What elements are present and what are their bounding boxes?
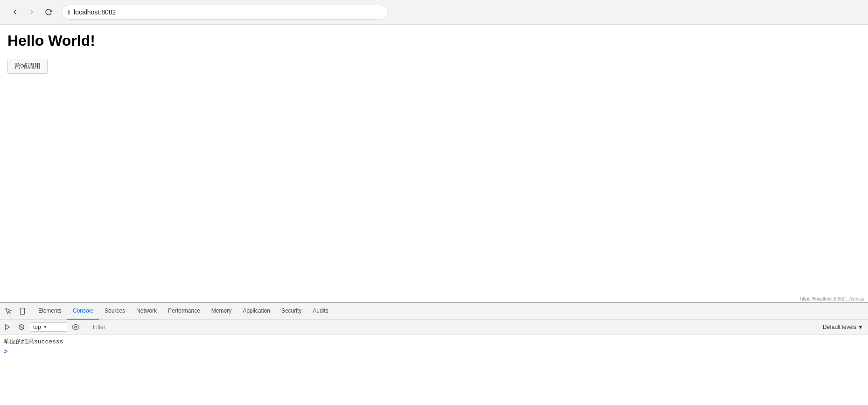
eye-button[interactable]: [70, 321, 81, 333]
default-levels-dropdown[interactable]: Default levels ▼: [820, 323, 866, 331]
console-no-symbol-button[interactable]: [16, 321, 27, 333]
devtools-icon-buttons: [2, 305, 29, 318]
browser-toolbar: ℹ: [0, 0, 868, 24]
page-heading: Hello World!: [7, 32, 861, 49]
devtools-panel: Elements Console Sources Network Perform…: [0, 302, 868, 405]
console-output: 响应的结果successs >: [0, 335, 868, 405]
tab-console[interactable]: Console: [67, 303, 99, 320]
context-selector[interactable]: top ▼: [30, 322, 67, 332]
console-text-1: 响应的结果successs: [4, 337, 63, 346]
console-toolbar: top ▼ Default levels ▼: [0, 320, 868, 335]
tab-audits[interactable]: Audits: [307, 303, 334, 320]
reload-button[interactable]: [41, 5, 56, 20]
tab-application[interactable]: Application: [237, 303, 276, 320]
svg-marker-2: [6, 324, 9, 329]
cross-domain-button[interactable]: 跨域调用: [7, 59, 48, 74]
toolbar-divider: [86, 323, 86, 331]
context-value: top: [33, 324, 41, 330]
nav-buttons: [7, 5, 56, 20]
tab-performance[interactable]: Performance: [162, 303, 206, 320]
default-levels-label: Default levels: [823, 324, 856, 330]
tab-network[interactable]: Network: [131, 303, 162, 320]
address-bar[interactable]: ℹ: [62, 5, 388, 20]
browser-chrome: ℹ: [0, 0, 868, 25]
device-toolbar-button[interactable]: [16, 305, 29, 318]
tab-security[interactable]: Security: [276, 303, 307, 320]
devtools-tabs-bar: Elements Console Sources Network Perform…: [0, 303, 868, 320]
filter-input[interactable]: [91, 322, 817, 332]
levels-arrow-icon: ▼: [858, 324, 863, 330]
inspect-element-button[interactable]: [2, 305, 15, 318]
info-icon: ℹ: [68, 8, 70, 16]
svg-rect-0: [20, 308, 24, 314]
svg-point-5: [72, 324, 79, 329]
tab-sources[interactable]: Sources: [99, 303, 131, 320]
svg-line-4: [20, 325, 23, 328]
console-prompt-line[interactable]: >: [4, 347, 864, 358]
url-input[interactable]: [74, 8, 382, 16]
console-run-button[interactable]: [2, 321, 13, 333]
page-content: Hello World! 跨域调用 https://localhost:8082…: [0, 25, 868, 302]
forward-button[interactable]: [24, 5, 39, 20]
page-status-url: https://localhost:8082/.../cors.js: [800, 296, 864, 301]
console-line-1: 响应的结果successs: [4, 336, 864, 347]
dropdown-arrow-icon: ▼: [43, 324, 48, 329]
tab-memory[interactable]: Memory: [206, 303, 237, 320]
console-prompt-symbol: >: [4, 348, 7, 357]
tab-elements[interactable]: Elements: [33, 303, 67, 320]
svg-point-6: [75, 326, 77, 328]
back-button[interactable]: [7, 5, 22, 20]
